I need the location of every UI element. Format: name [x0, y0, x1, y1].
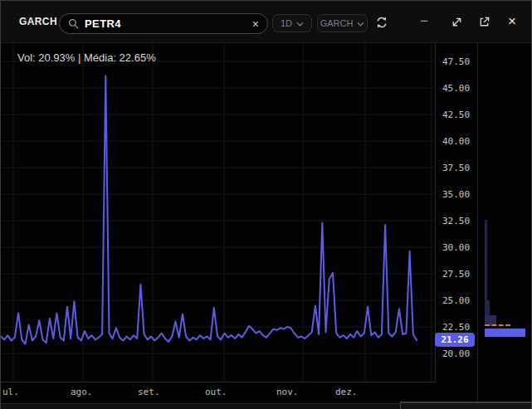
- histogram-bar: [485, 300, 490, 315]
- y-tick-label: 40.00: [442, 136, 470, 147]
- x-tick-label: out.: [205, 387, 227, 397]
- x-tick-label: ul.: [2, 387, 19, 397]
- x-tick-label: dez.: [335, 387, 358, 397]
- ticker-search-box[interactable]: ×: [59, 13, 268, 34]
- open-external-button[interactable]: [476, 16, 491, 31]
- close-icon: ×: [508, 13, 516, 30]
- minimize-icon: −: [420, 13, 428, 30]
- clear-search-icon[interactable]: ×: [252, 18, 259, 30]
- y-tick-label: 42.50: [442, 110, 470, 120]
- timeframe-value: 1D: [281, 18, 292, 28]
- x-tick-label: ago.: [71, 387, 93, 397]
- refresh-icon: [375, 16, 388, 32]
- chevron-down-icon: [357, 18, 364, 28]
- histogram-bar: [485, 220, 487, 300]
- y-tick-label: 27.50: [442, 269, 470, 280]
- close-button[interactable]: ×: [503, 12, 521, 32]
- y-tick-label: 22.50: [442, 322, 470, 333]
- mean-dashed-line: [485, 324, 510, 326]
- expand-button[interactable]: [449, 16, 464, 31]
- y-tick-label: 47.50: [442, 56, 470, 67]
- refresh-button[interactable]: [373, 15, 390, 32]
- y-tick-label: 25.00: [442, 295, 470, 306]
- volatility-chart-plot-area[interactable]: [1, 42, 436, 382]
- volatility-stats-label: Vol: 20.93% | Média: 22.65%: [17, 51, 156, 64]
- y-tick-label: 35.00: [442, 189, 470, 200]
- model-dropdown[interactable]: GARCH: [317, 14, 368, 32]
- y-tick-label: 32.50: [442, 216, 470, 226]
- chevron-down-icon: [296, 18, 304, 28]
- window-titlebar: GARCH × 1D GARCH: [0, 0, 532, 43]
- background-window-titlebar-edge[interactable]: [400, 402, 532, 409]
- y-tick-label: 37.50: [442, 163, 470, 173]
- open-in-new-icon: [478, 16, 491, 31]
- y-tick-label: 45.00: [442, 83, 470, 94]
- y-axis: 47.5045.0042.5040.0037.5035.0032.5030.00…: [436, 42, 477, 402]
- volatility-line-chart: [1, 42, 435, 382]
- y-tick-label: 20.00: [442, 348, 470, 359]
- search-icon: [68, 18, 79, 29]
- x-tick-label: set.: [138, 387, 160, 397]
- last-value-badge: 21.26: [435, 333, 475, 347]
- timeframe-dropdown[interactable]: 1D: [272, 14, 312, 32]
- x-tick-label: nov.: [276, 387, 299, 397]
- volatility-distribution-panel: [478, 42, 530, 402]
- ticker-search-input[interactable]: [85, 17, 252, 30]
- expand-icon: [451, 16, 463, 31]
- y-tick-label: 30.00: [442, 242, 470, 253]
- background-window-edge: [0, 403, 400, 409]
- model-value: GARCH: [320, 18, 354, 28]
- x-axis: ul.ago.set.out.nov.dez.: [1, 385, 435, 398]
- histogram-bar: [485, 329, 525, 337]
- garch-volatility-window: GARCH × 1D GARCH: [0, 0, 532, 409]
- window-title: GARCH: [19, 16, 57, 27]
- volatility-line: [1, 75, 417, 343]
- minimize-button[interactable]: −: [416, 12, 432, 32]
